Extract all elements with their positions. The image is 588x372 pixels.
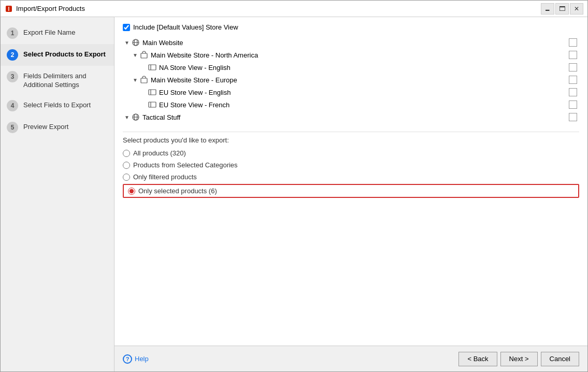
main-panel: Include [Default Values] Store View ▼: [114, 17, 587, 371]
step-number-4: 4: [7, 100, 18, 111]
checkbox-europe-store[interactable]: [569, 76, 577, 84]
radio-only-selected[interactable]: [128, 188, 135, 195]
radio-item-only-selected: Only selected products (6): [123, 184, 579, 198]
title-bar: I Import/Export Products 🗕 🗖 ✕: [1, 1, 587, 17]
checkbox-na-english[interactable]: [569, 63, 577, 71]
step-label-2: Select Products to Export: [23, 49, 106, 59]
storeview-icon-na-english: [148, 63, 157, 72]
label-europe-store: Main Website Store - Europe: [151, 76, 237, 84]
svg-rect-8: [141, 78, 147, 83]
svg-text:I: I: [8, 6, 10, 12]
toggle-main-website[interactable]: ▼: [123, 38, 131, 47]
step-number-1: 1: [7, 27, 18, 39]
maximize-button[interactable]: 🗖: [555, 3, 569, 15]
globe-icon-tactical: [131, 112, 140, 122]
step-number-2: 2: [7, 49, 18, 61]
sidebar-item-select-fields[interactable]: 4 Select Fields to Export: [1, 95, 114, 117]
checkbox-tactical-stuff[interactable]: [569, 113, 577, 121]
tree-row-eu-french: ▶ EU Store View - French: [123, 98, 579, 111]
help-circle-icon: ?: [123, 354, 132, 364]
storeview-icon-eu-french: [148, 100, 157, 109]
minimize-button[interactable]: 🗕: [541, 3, 554, 15]
tree-row-tactical-stuff: ▼ Tactical Stuff: [123, 111, 579, 123]
title-bar-left: I Import/Export Products: [5, 5, 85, 13]
sidebar-item-preview-export[interactable]: 5 Preview Export: [1, 117, 114, 138]
bottom-right-buttons: < Back Next > Cancel: [458, 352, 579, 366]
sidebar-item-select-products[interactable]: 2 Select Products to Export: [1, 44, 114, 66]
sidebar: 1 Export File Name 2 Select Products to …: [1, 17, 114, 371]
label-eu-english: EU Store View - English: [159, 89, 231, 96]
app-icon: I: [5, 5, 13, 13]
svg-rect-6: [149, 65, 156, 70]
label-main-website: Main Website: [142, 39, 183, 47]
step-label-3: Fields Delimiters and Additional Setting…: [23, 71, 108, 90]
include-default-label: Include [Default Values] Store View: [133, 23, 238, 31]
radio-label-all-products: All products (320): [133, 149, 186, 157]
step-label-1: Export File Name: [23, 27, 75, 37]
sidebar-item-export-file-name[interactable]: 1 Export File Name: [1, 22, 114, 44]
tree-row-main-website: ▼ Main Website: [123, 36, 579, 49]
radio-item-selected-categories: Products from Selected Categories: [123, 160, 579, 170]
back-button[interactable]: < Back: [458, 352, 497, 366]
checkbox-na-store[interactable]: [569, 51, 577, 59]
svg-rect-5: [141, 53, 147, 58]
help-link[interactable]: ? Help: [123, 354, 149, 364]
radio-selected-categories[interactable]: [123, 162, 130, 169]
include-default-row: Include [Default Values] Store View: [123, 23, 579, 31]
radio-item-filtered-products: Only filtered products: [123, 172, 579, 182]
title-controls: 🗕 🗖 ✕: [541, 3, 583, 15]
export-options-title: Select products you'd like to export:: [123, 136, 579, 144]
globe-icon-main-website: [131, 38, 140, 47]
export-options-section: Select products you'd like to export: Al…: [123, 136, 579, 198]
radio-label-selected-categories: Products from Selected Categories: [133, 161, 238, 169]
tree-row-eu-english: ▶ EU Store View - English: [123, 86, 579, 98]
label-na-store: Main Website Store - North America: [151, 51, 258, 59]
include-default-checkbox[interactable]: [123, 24, 130, 31]
close-button[interactable]: ✕: [570, 3, 583, 15]
bottom-bar: ? Help < Back Next > Cancel: [114, 346, 587, 371]
checkbox-eu-french[interactable]: [569, 101, 577, 109]
toggle-tactical-stuff[interactable]: ▼: [123, 113, 131, 121]
toggle-europe-store[interactable]: ▼: [131, 76, 139, 84]
step-number-3: 3: [7, 71, 18, 82]
svg-rect-9: [149, 90, 156, 95]
main-window: I Import/Export Products 🗕 🗖 ✕ 1 Export …: [0, 0, 588, 372]
storeview-icon-eu-english: [148, 88, 157, 97]
help-label: Help: [135, 355, 149, 363]
tree-row-europe-store: ▼ Main Website Store - Europe: [123, 74, 579, 86]
label-eu-french: EU Store View - French: [159, 101, 230, 109]
store-icon-europe: [139, 75, 149, 84]
section-divider: [123, 132, 579, 132]
radio-group-export: All products (320) Products from Selecte…: [123, 148, 579, 198]
store-icon-na: [139, 50, 149, 60]
radio-label-filtered-products: Only filtered products: [133, 173, 197, 181]
label-na-english: NA Store View - English: [159, 64, 231, 71]
window-title: Import/Export Products: [16, 5, 85, 12]
cancel-button[interactable]: Cancel: [541, 352, 579, 366]
radio-label-only-selected: Only selected products (6): [138, 187, 217, 195]
main-scroll-area: Include [Default Values] Store View ▼: [114, 17, 587, 346]
step-number-5: 5: [7, 122, 18, 133]
sidebar-item-fields-delimiters[interactable]: 3 Fields Delimiters and Additional Setti…: [1, 66, 114, 95]
content-area: 1 Export File Name 2 Select Products to …: [1, 17, 587, 371]
checkbox-main-website[interactable]: [569, 38, 577, 47]
step-label-5: Preview Export: [23, 122, 68, 132]
svg-rect-11: [149, 102, 156, 107]
tree-row-na-store: ▼ Main Website Store - North America: [123, 49, 579, 61]
radio-filtered-products[interactable]: [123, 174, 130, 181]
next-button[interactable]: Next >: [500, 352, 538, 366]
step-label-4: Select Fields to Export: [23, 100, 91, 110]
label-tactical-stuff: Tactical Stuff: [142, 113, 180, 121]
tree-row-na-english: ▶ NA Store View - English: [123, 61, 579, 74]
radio-all-products[interactable]: [123, 150, 130, 157]
toggle-na-store[interactable]: ▼: [131, 51, 139, 59]
store-tree: ▼ Main Website: [123, 36, 579, 123]
checkbox-eu-english[interactable]: [569, 88, 577, 96]
radio-item-all-products: All products (320): [123, 148, 579, 158]
